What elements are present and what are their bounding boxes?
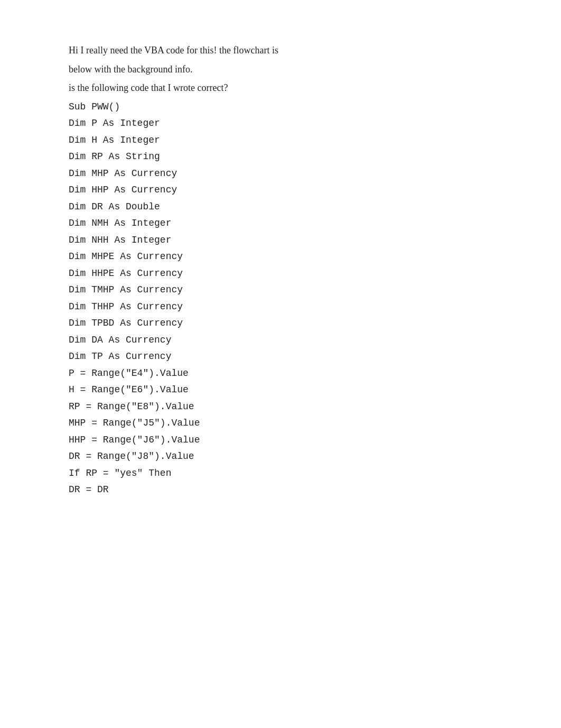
code-line: Dim HHPE As Currency [69, 265, 492, 282]
code-line: H = Range("E6").Value [69, 382, 492, 399]
code-line: Dim TP As Currency [69, 348, 492, 365]
code-line: Dim DR As Double [69, 199, 492, 216]
code-block: Sub PWW()Dim P As IntegerDim H As Intege… [69, 99, 492, 499]
code-line: Dim NHH As Integer [69, 232, 492, 249]
code-line: Sub PWW() [69, 99, 492, 116]
code-line: Dim MHPE As Currency [69, 248, 492, 265]
page-content: Hi I really need the VBA code for this! … [69, 42, 492, 499]
intro-line-2: below with the background info. [69, 61, 492, 78]
code-line: Dim NMH As Integer [69, 215, 492, 232]
code-line: HHP = Range("J6").Value [69, 432, 492, 449]
code-line: Dim RP As String [69, 149, 492, 165]
code-line: Dim TPBD As Currency [69, 315, 492, 332]
code-line: If RP = "yes" Then [69, 465, 492, 482]
code-line: P = Range("E4").Value [69, 365, 492, 382]
code-line: Dim TMHP As Currency [69, 282, 492, 299]
intro-line-1: Hi I really need the VBA code for this! … [69, 42, 492, 59]
code-line: Dim THHP As Currency [69, 299, 492, 316]
code-line: Dim P As Integer [69, 115, 492, 132]
code-line: DR = DR [69, 482, 492, 499]
code-line: DR = Range("J8").Value [69, 448, 492, 465]
intro-line-3: is the following code that I wrote corre… [69, 80, 492, 97]
code-line: RP = Range("E8").Value [69, 399, 492, 416]
code-line: Dim DA As Currency [69, 332, 492, 349]
code-line: Dim HHP As Currency [69, 182, 492, 199]
code-line: Dim H As Integer [69, 132, 492, 149]
code-line: Dim MHP As Currency [69, 165, 492, 182]
code-line: MHP = Range("J5").Value [69, 415, 492, 432]
